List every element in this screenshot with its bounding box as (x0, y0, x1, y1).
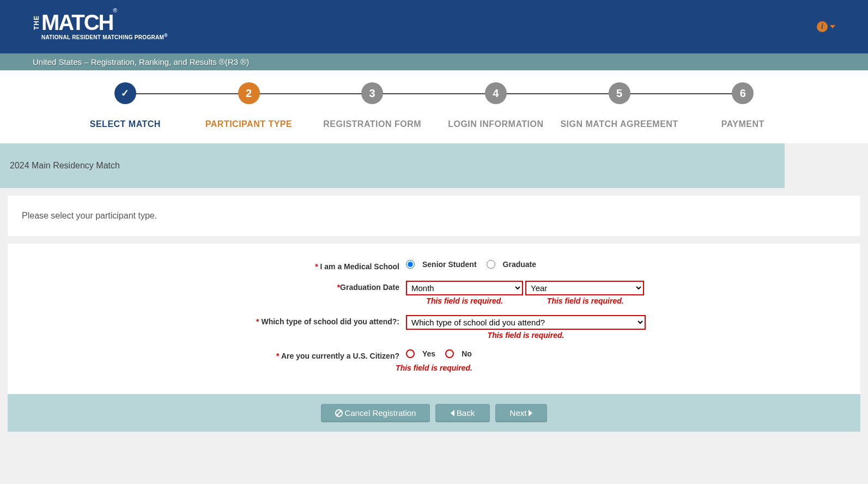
participant-form: * I am a Medical School Senior Student G… (8, 244, 860, 394)
cancel-icon (335, 409, 343, 417)
step-sign-agreement: 5 SIGN MATCH AGREEMENT (557, 82, 681, 129)
medical-school-label: * I am a Medical School (22, 260, 406, 271)
step-login-information: 4 LOGIN INFORMATION (434, 82, 558, 129)
cancel-registration-button[interactable]: Cancel Registration (321, 404, 430, 422)
step-number: 4 (485, 82, 507, 104)
school-type-select[interactable]: Which type of school did you attend? (406, 315, 646, 330)
step-payment: 6 PAYMENT (681, 82, 805, 129)
caret-down-icon (830, 25, 835, 28)
step-participant-type: 2 PARTICIPANT TYPE (187, 82, 311, 129)
logo-reg: ® (113, 8, 117, 14)
caret-left-icon (451, 410, 454, 416)
citizen-no-radio[interactable] (445, 349, 454, 358)
step-number: 6 (732, 82, 754, 104)
instruction-box: Please select your participant type. (8, 196, 860, 236)
stepper: SELECT MATCH 2 PARTICIPANT TYPE 3 REGIST… (0, 70, 868, 143)
senior-student-radio[interactable] (406, 260, 415, 269)
logo: THE MATCH ® NATIONAL RESIDENT MATCHING P… (33, 13, 168, 40)
citizen-yes-label: Yes (422, 349, 435, 358)
school-type-error: This field is required. (406, 331, 646, 340)
step-label: LOGIN INFORMATION (448, 119, 543, 129)
step-select-match: SELECT MATCH (64, 82, 187, 129)
citizen-yes-radio[interactable] (406, 349, 415, 358)
match-banner: 2024 Main Residency Match (0, 143, 785, 188)
step-label: PARTICIPANT TYPE (205, 119, 292, 129)
subheader: United States – Registration, Ranking, a… (0, 53, 868, 70)
instruction-text: Please select your participant type. (22, 211, 846, 221)
senior-student-label: Senior Student (422, 260, 477, 269)
logo-the: THE (33, 15, 40, 30)
graduation-date-label: *Graduation Date (22, 281, 406, 292)
graduate-radio[interactable] (487, 260, 495, 269)
check-icon (114, 82, 136, 104)
month-error: This field is required. (406, 297, 524, 305)
step-label: PAYMENT (721, 119, 764, 129)
step-registration-form: 3 REGISTRATION FORM (311, 82, 434, 129)
graduate-label: Graduate (503, 260, 536, 269)
year-error: This field is required. (527, 297, 645, 305)
logo-sub: NATIONAL RESIDENT MATCHING PROGRAM® (41, 33, 168, 40)
citizen-error: This field is required. (22, 364, 846, 372)
step-label: SELECT MATCH (90, 119, 161, 129)
step-number: 2 (238, 82, 260, 104)
citizen-label: * Are you currently a U.S. Citizen? (22, 349, 406, 360)
button-bar: Cancel Registration Back Next (8, 394, 860, 432)
header-bar: THE MATCH ® NATIONAL RESIDENT MATCHING P… (0, 0, 868, 53)
step-label: SIGN MATCH AGREEMENT (560, 119, 678, 129)
year-select[interactable]: Year (525, 281, 644, 295)
info-dropdown[interactable]: i (817, 21, 835, 32)
step-number: 3 (361, 82, 383, 104)
logo-main: MATCH (41, 13, 113, 32)
month-select[interactable]: Month (406, 281, 523, 295)
next-button[interactable]: Next (495, 404, 547, 422)
caret-right-icon (529, 410, 532, 416)
step-number: 5 (609, 82, 630, 104)
school-type-label: * Which type of school did you attend?: (22, 315, 406, 326)
info-icon: i (817, 21, 828, 32)
citizen-no-label: No (462, 349, 472, 358)
step-label: REGISTRATION FORM (323, 119, 421, 129)
back-button[interactable]: Back (435, 404, 490, 422)
